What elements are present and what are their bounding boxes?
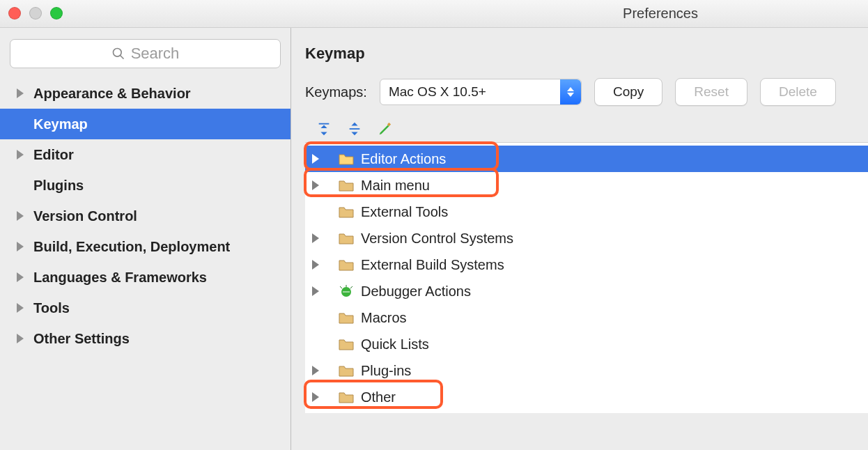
chevron-right-icon xyxy=(312,286,319,296)
folder-menu-icon xyxy=(339,179,354,192)
main-panel: Keymap Keymaps: Mac OS X 10.5+ Copy Rese… xyxy=(291,28,868,450)
chevron-right-icon xyxy=(312,180,319,190)
tree-row[interactable]: Version Control Systems xyxy=(305,225,868,251)
bug-icon xyxy=(339,285,354,297)
svg-point-0 xyxy=(113,49,121,57)
keymap-selected-value: Mac OS X 10.5+ xyxy=(389,84,486,100)
sidebar-item-keymap[interactable]: Keymap xyxy=(0,109,290,139)
chevron-right-icon xyxy=(312,233,319,243)
reset-button[interactable]: Reset xyxy=(675,78,747,106)
tree-row[interactable]: Main menu xyxy=(305,172,868,199)
chevron-right-icon xyxy=(312,260,319,270)
keymaps-label: Keymaps: xyxy=(305,84,367,100)
chevron-right-icon xyxy=(17,303,24,313)
delete-button[interactable]: Delete xyxy=(760,78,836,106)
tree-row[interactable]: External Tools xyxy=(305,199,868,225)
sidebar: Search Appearance & Behavior Keymap Edit… xyxy=(0,28,291,450)
chevron-right-icon xyxy=(312,392,319,402)
close-window-button[interactable] xyxy=(8,7,21,20)
tree-row-label: Main menu xyxy=(361,178,430,194)
tree-row[interactable]: External Build Systems xyxy=(305,251,868,278)
maximize-window-button[interactable] xyxy=(50,7,63,20)
folder-icon xyxy=(339,364,354,377)
sidebar-list: Appearance & Behavior Keymap Editor Plug… xyxy=(0,78,290,354)
search-icon xyxy=(111,47,125,61)
tree-row-label: Version Control Systems xyxy=(361,231,513,247)
tree-row[interactable]: Other xyxy=(305,384,868,410)
tree-row-label: Plug-ins xyxy=(361,363,411,379)
chevron-right-icon xyxy=(17,272,24,282)
minimize-window-button[interactable] xyxy=(29,7,42,20)
expand-all-icon[interactable] xyxy=(316,121,332,137)
tree-row-label: Debugger Actions xyxy=(361,284,471,300)
sidebar-item-build[interactable]: Build, Execution, Deployment xyxy=(0,231,290,262)
folder-wrench-icon xyxy=(339,205,354,218)
chevron-right-icon xyxy=(17,150,24,160)
window-title: Preferences xyxy=(453,6,868,22)
folder-edit-icon xyxy=(339,153,354,165)
collapse-all-icon[interactable] xyxy=(347,121,362,137)
chevron-right-icon xyxy=(17,88,24,98)
sidebar-item-appearance[interactable]: Appearance & Behavior xyxy=(0,78,290,109)
chevron-right-icon xyxy=(17,334,24,343)
search-input[interactable]: Search xyxy=(10,39,281,68)
sidebar-item-version-control[interactable]: Version Control xyxy=(0,201,290,231)
sidebar-item-other-settings[interactable]: Other Settings xyxy=(0,323,290,354)
chevron-right-icon xyxy=(312,154,319,164)
folder-icon xyxy=(339,232,354,245)
tree-row[interactable]: Quick Lists xyxy=(305,331,868,357)
tree-row-label: Editor Actions xyxy=(361,151,446,167)
keymap-tree: Editor ActionsMain menuExternal ToolsVer… xyxy=(305,142,868,413)
tree-row[interactable]: Plug-ins xyxy=(305,357,868,384)
edit-pencil-icon[interactable] xyxy=(378,121,393,137)
tree-row-label: Quick Lists xyxy=(361,336,429,352)
page-title: Keymap xyxy=(305,45,868,63)
tree-toolbar xyxy=(316,121,868,137)
tree-row[interactable]: Editor Actions xyxy=(305,146,868,172)
sidebar-item-editor[interactable]: Editor xyxy=(0,139,290,170)
chevron-right-icon xyxy=(312,366,319,375)
folder-icon xyxy=(339,311,354,324)
tree-row-label: Other xyxy=(361,389,396,405)
copy-button[interactable]: Copy xyxy=(594,78,662,106)
folder-gear-icon xyxy=(339,258,354,271)
titlebar: Preferences xyxy=(0,0,868,28)
select-stepper-icon xyxy=(560,79,581,104)
keymap-select-row: Keymaps: Mac OS X 10.5+ Copy Reset Delet… xyxy=(305,78,868,106)
sidebar-item-plugins[interactable]: Plugins xyxy=(0,170,290,201)
keymap-select[interactable]: Mac OS X 10.5+ xyxy=(380,79,582,105)
tree-row-label: External Tools xyxy=(361,204,448,220)
folder-icon xyxy=(339,338,354,350)
svg-line-1 xyxy=(120,56,123,59)
sidebar-item-languages[interactable]: Languages & Frameworks xyxy=(0,262,290,293)
window-controls xyxy=(8,7,63,20)
search-placeholder: Search xyxy=(131,45,180,63)
tree-row[interactable]: Debugger Actions xyxy=(305,278,868,304)
folder-dots-icon xyxy=(339,391,354,403)
sidebar-item-tools[interactable]: Tools xyxy=(0,293,290,323)
chevron-right-icon xyxy=(17,211,24,221)
tree-row-label: External Build Systems xyxy=(361,257,504,273)
chevron-right-icon xyxy=(17,242,24,251)
tree-row-label: Macros xyxy=(361,310,407,326)
tree-row[interactable]: Macros xyxy=(305,304,868,331)
